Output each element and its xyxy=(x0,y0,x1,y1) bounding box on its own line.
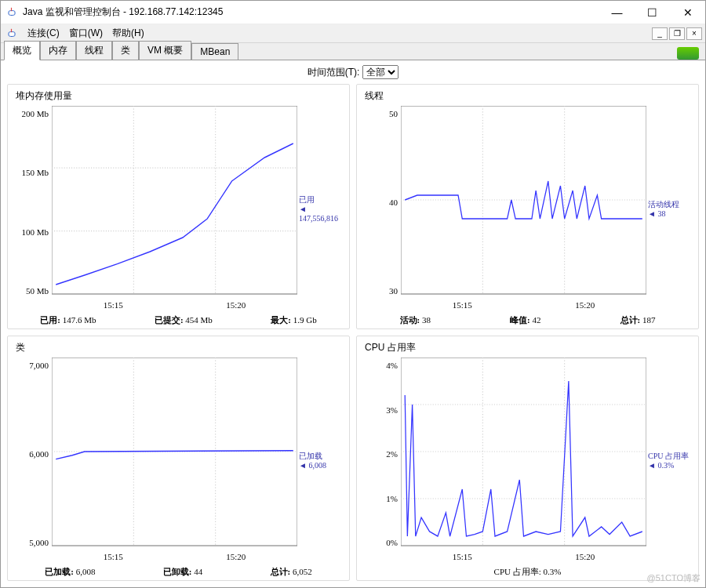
time-range-row: 时间范围(T): 全部 xyxy=(1,60,705,84)
yaxis-heap: 200 Mb 150 Mb 100 Mb 50 Mb xyxy=(11,106,52,313)
yaxis-classes: 7,000 6,000 5,000 xyxy=(11,358,52,564)
side-label-heap: 已用 147,556,816 xyxy=(297,106,346,313)
footer-threads: 活动: 38 峰值: 42 总计: 187 xyxy=(360,313,695,327)
titlebar: Java 监视和管理控制台 - 192.168.77.142:12345 — ☐… xyxy=(1,1,705,24)
tab-overview[interactable]: 概览 xyxy=(4,41,40,60)
panel-threads: 线程 50 40 30 xyxy=(356,84,699,329)
app-window: Java 监视和管理控制台 - 192.168.77.142:12345 — ☐… xyxy=(0,0,706,588)
plot-threads[interactable]: 15:15 15:20 xyxy=(401,106,646,313)
panel-title-classes: 类 xyxy=(11,341,346,358)
connection-status-icon xyxy=(677,47,699,60)
footer-classes: 已加载: 6,008 已卸载: 44 总计: 6,052 xyxy=(11,564,346,579)
yaxis-threads: 50 40 30 xyxy=(360,106,401,313)
panel-classes: 类 7,000 6,000 5,000 xyxy=(7,336,350,581)
footer-heap: 已用: 147.6 Mb 已提交: 454 Mb 最大: 1.9 Gb xyxy=(11,313,346,327)
panel-cpu: CPU 占用率 4% 3% 2% 1% 0% xyxy=(356,336,699,581)
content-area: 时间范围(T): 全部 堆内存使用量 200 Mb 150 Mb 100 Mb … xyxy=(1,60,705,587)
mdi-minimize-button[interactable]: _ xyxy=(652,27,668,40)
tab-threads[interactable]: 线程 xyxy=(76,41,112,60)
tab-vm-summary[interactable]: VM 概要 xyxy=(139,41,191,60)
charts-grid: 堆内存使用量 200 Mb 150 Mb 100 Mb 50 Mb xyxy=(1,84,705,587)
close-button[interactable]: ✕ xyxy=(670,1,705,24)
mdi-maximize-button[interactable]: ❐ xyxy=(669,27,685,40)
tab-memory[interactable]: 内存 xyxy=(40,41,76,60)
mdi-close-button[interactable]: × xyxy=(686,27,702,40)
menu-connection[interactable]: 连接(C) xyxy=(23,27,64,40)
plot-heap[interactable]: 15:15 15:20 xyxy=(52,106,297,313)
plot-cpu[interactable]: 15:15 15:20 xyxy=(401,358,646,564)
time-range-label: 时间范围(T): xyxy=(308,66,360,79)
java-icon xyxy=(5,6,18,19)
tab-mbean[interactable]: MBean xyxy=(191,43,238,60)
side-label-threads: 活动线程 38 xyxy=(646,106,695,313)
time-range-select[interactable]: 全部 xyxy=(362,65,398,79)
footer-cpu: CPU 占用率: 0.3% xyxy=(360,564,695,579)
side-label-classes: 已加载 6,008 xyxy=(297,358,346,564)
tabbar: 概览 内存 线程 类 VM 概要 MBean xyxy=(1,43,705,60)
svg-rect-0 xyxy=(52,106,297,294)
panel-heap: 堆内存使用量 200 Mb 150 Mb 100 Mb 50 Mb xyxy=(7,84,350,329)
tab-classes[interactable]: 类 xyxy=(112,41,139,60)
yaxis-cpu: 4% 3% 2% 1% 0% xyxy=(360,358,401,564)
panel-title-threads: 线程 xyxy=(360,89,695,106)
menu-help[interactable]: 帮助(H) xyxy=(107,27,149,40)
java-icon-small xyxy=(5,27,18,40)
window-title: Java 监视和管理控制台 - 192.168.77.142:12345 xyxy=(23,5,599,19)
watermark: @51CTO博客 xyxy=(647,572,701,584)
minimize-button[interactable]: — xyxy=(599,1,635,24)
plot-classes[interactable]: 15:15 15:20 xyxy=(52,358,297,564)
menu-window[interactable]: 窗口(W) xyxy=(64,27,107,40)
side-label-cpu: CPU 占用率 0.3% xyxy=(646,358,695,564)
panel-title-heap: 堆内存使用量 xyxy=(11,89,346,106)
panel-title-cpu: CPU 占用率 xyxy=(360,341,695,358)
mdi-controls: _ ❐ × xyxy=(652,27,705,40)
window-controls: — ☐ ✕ xyxy=(599,1,705,24)
maximize-button[interactable]: ☐ xyxy=(635,1,670,24)
